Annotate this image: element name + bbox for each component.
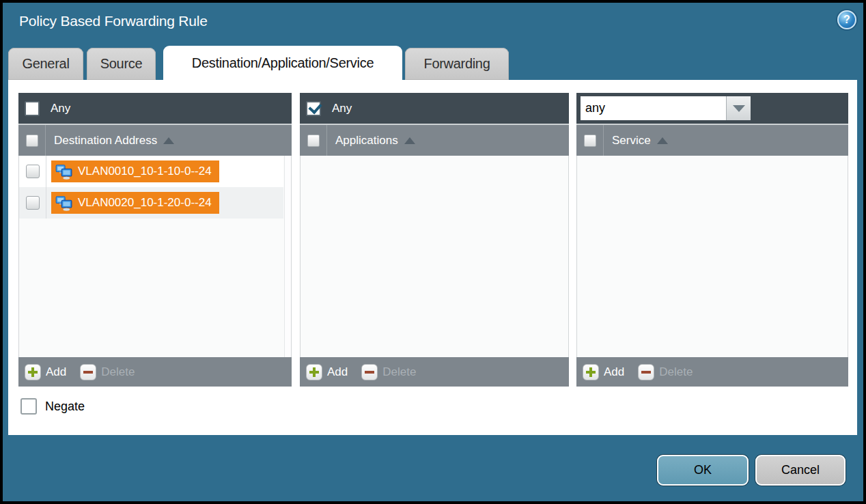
service-column-header[interactable]: Service [576, 125, 848, 156]
destination-any-label: Any [51, 102, 70, 115]
tab-general[interactable]: General [8, 48, 83, 80]
service-type-dropdown[interactable]: any [581, 96, 751, 120]
add-icon[interactable] [25, 364, 41, 380]
service-select-all-cell [576, 125, 604, 156]
applications-panel: Any Applications Add Delete [300, 93, 569, 387]
negate-control[interactable]: Negate [20, 398, 85, 415]
applications-select-all-checkbox[interactable] [307, 135, 320, 147]
tab-source[interactable]: Source [87, 48, 156, 80]
destination-select-all-cell [18, 125, 46, 156]
help-icon[interactable]: ? [837, 10, 856, 29]
tab-forwarding-label: Forwarding [423, 56, 490, 72]
list-item[interactable]: VLAN0010_10-1-10-0--24 [19, 156, 283, 187]
destination-header-label: Destination Address [54, 134, 157, 148]
negate-label: Negate [45, 400, 85, 414]
destination-footer: Add Delete [18, 357, 292, 387]
applications-any-label: Any [332, 102, 352, 115]
delete-button[interactable]: Delete [382, 365, 416, 379]
applications-column-header[interactable]: Applications [300, 125, 569, 156]
delete-button[interactable]: Delete [659, 365, 693, 379]
add-button[interactable]: Add [604, 365, 624, 379]
policy-based-forwarding-dialog: Policy Based Forwarding Rule ? General S… [0, 0, 866, 504]
address-object-label: VLAN0020_10-1-20-0--24 [78, 196, 212, 210]
address-object-chip[interactable]: VLAN0010_10-1-10-0--24 [51, 160, 219, 182]
destination-any-checkbox[interactable] [25, 101, 40, 116]
tab-destination-application-service[interactable]: Destination/Application/Service [163, 46, 402, 80]
destination-address-panel: Any Destination Address [18, 93, 292, 387]
cancel-button[interactable]: Cancel [755, 455, 846, 486]
row-checkbox[interactable] [26, 165, 40, 178]
address-object-chip[interactable]: VLAN0020_10-1-20-0--24 [51, 192, 219, 214]
row-checkbox-cell [19, 187, 46, 219]
delete-icon[interactable] [361, 364, 378, 380]
row-checkbox-cell [19, 156, 46, 187]
dialog-title: Policy Based Forwarding Rule [19, 13, 208, 29]
sort-asc-icon [163, 137, 174, 144]
service-select-all-checkbox[interactable] [584, 135, 596, 147]
service-header-label: Service [612, 134, 651, 148]
delete-icon[interactable] [80, 364, 96, 380]
negate-checkbox[interactable] [20, 398, 37, 415]
chevron-down-icon [733, 105, 745, 112]
add-icon[interactable] [583, 364, 599, 380]
service-dropdown-bar: any [576, 93, 848, 124]
scrollbar-track[interactable] [284, 156, 291, 357]
add-button[interactable]: Add [46, 365, 66, 379]
delete-icon[interactable] [638, 364, 654, 380]
applications-any-checkbox[interactable] [306, 101, 321, 116]
tab-source-label: Source [100, 56, 143, 72]
sort-asc-icon [657, 137, 668, 144]
sort-asc-icon [404, 137, 415, 144]
destination-any-bar: Any [18, 93, 292, 124]
applications-list [300, 156, 569, 357]
address-object-label: VLAN0010_10-1-10-0--24 [78, 165, 212, 178]
tab-general-label: General [22, 56, 69, 72]
help-glyph: ? [843, 14, 850, 26]
dropdown-button[interactable] [726, 96, 751, 120]
destination-select-all-checkbox[interactable] [26, 135, 38, 147]
tab-content-area: Any Destination Address [8, 80, 857, 435]
address-object-icon [55, 194, 73, 212]
applications-any-bar: Any [300, 93, 569, 124]
tab-das-label: Destination/Application/Service [192, 55, 374, 71]
destination-list: VLAN0010_10-1-10-0--24 [18, 156, 292, 357]
delete-button[interactable]: Delete [101, 365, 135, 379]
address-object-icon [55, 163, 73, 180]
row-checkbox[interactable] [26, 196, 40, 210]
service-list [576, 156, 848, 357]
service-panel: any Service Add Delete [576, 93, 848, 387]
applications-header-label: Applications [335, 134, 398, 148]
add-button[interactable]: Add [327, 365, 348, 379]
destination-column-header[interactable]: Destination Address [18, 125, 292, 156]
list-item[interactable]: VLAN0020_10-1-20-0--24 [19, 187, 283, 219]
service-footer: Add Delete [576, 357, 848, 387]
applications-footer: Add Delete [300, 357, 569, 387]
add-icon[interactable] [306, 364, 322, 380]
applications-select-all-cell [300, 125, 327, 156]
tab-forwarding[interactable]: Forwarding [405, 48, 509, 80]
service-type-value[interactable]: any [581, 96, 726, 120]
ok-button[interactable]: OK [657, 455, 749, 486]
